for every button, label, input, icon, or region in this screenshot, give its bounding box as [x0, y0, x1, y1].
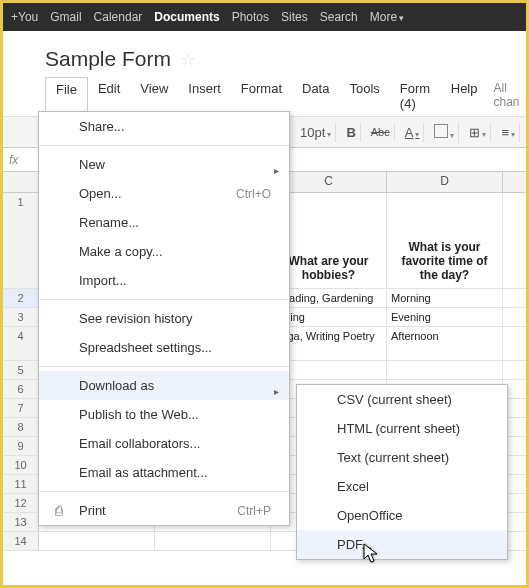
nav-more[interactable]: More — [370, 10, 404, 24]
row-header[interactable]: 4 — [3, 327, 39, 360]
download-excel[interactable]: Excel — [297, 472, 507, 501]
col-d[interactable]: D — [387, 172, 503, 192]
menu-edit[interactable]: Edit — [88, 77, 130, 115]
download-pdf[interactable]: PDF... — [297, 530, 507, 559]
top-nav: +You Gmail Calendar Documents Photos Sit… — [3, 3, 526, 31]
cell[interactable]: Morning — [387, 289, 503, 307]
strike-button[interactable]: Abc — [367, 124, 395, 140]
cell[interactable]: Evening — [387, 308, 503, 326]
menu-rename[interactable]: Rename... — [39, 208, 289, 237]
menu-help[interactable]: Help — [441, 77, 488, 115]
text-color-button[interactable]: A — [401, 123, 425, 142]
menu-revision-history[interactable]: See revision history — [39, 304, 289, 333]
download-openoffice[interactable]: OpenOffice — [297, 501, 507, 530]
title-bar: Sample Form ☆ — [3, 31, 526, 77]
menu-open[interactable]: Open...Ctrl+O — [39, 179, 289, 208]
row-header[interactable]: 1 — [3, 193, 39, 288]
nav-documents[interactable]: Documents — [154, 10, 219, 24]
menu-share[interactable]: Share... — [39, 112, 289, 141]
nav-calendar[interactable]: Calendar — [94, 10, 143, 24]
borders-button[interactable]: ⊞ — [465, 123, 491, 142]
download-html[interactable]: HTML (current sheet) — [297, 414, 507, 443]
fill-color-button[interactable] — [430, 122, 459, 143]
menu-email-attachment[interactable]: Email as attachment... — [39, 458, 289, 487]
menu-format[interactable]: Format — [231, 77, 292, 115]
nav-gmail[interactable]: Gmail — [50, 10, 81, 24]
menu-print[interactable]: ⎙PrintCtrl+P — [39, 496, 289, 525]
download-as-submenu: CSV (current sheet) HTML (current sheet)… — [296, 384, 508, 560]
menu-publish-web[interactable]: Publish to the Web... — [39, 400, 289, 429]
align-button[interactable]: ≡ — [497, 123, 520, 142]
nav-photos[interactable]: Photos — [232, 10, 269, 24]
bold-button[interactable]: B — [342, 123, 360, 142]
nav-search[interactable]: Search — [320, 10, 358, 24]
row-header[interactable]: 3 — [3, 308, 39, 326]
nav-you[interactable]: +You — [11, 10, 38, 24]
menu-make-copy[interactable]: Make a copy... — [39, 237, 289, 266]
print-icon: ⎙ — [51, 503, 67, 518]
font-size-select[interactable]: 10pt — [296, 123, 336, 142]
menu-email-collaborators[interactable]: Email collaborators... — [39, 429, 289, 458]
menu-spreadsheet-settings[interactable]: Spreadsheet settings... — [39, 333, 289, 362]
download-csv[interactable]: CSV (current sheet) — [297, 385, 507, 414]
nav-sites[interactable]: Sites — [281, 10, 308, 24]
menu-file[interactable]: File — [45, 77, 88, 115]
menu-import[interactable]: Import... — [39, 266, 289, 295]
cell[interactable]: Afternoon — [387, 327, 503, 360]
menu-new[interactable]: New — [39, 150, 289, 179]
star-icon[interactable]: ☆ — [181, 50, 195, 69]
menu-download-as[interactable]: Download as — [39, 371, 289, 400]
select-all-corner[interactable] — [3, 172, 39, 192]
changes-status: All chan — [488, 77, 527, 115]
menu-insert[interactable]: Insert — [178, 77, 231, 115]
menu-view[interactable]: View — [130, 77, 178, 115]
fx-label: fx — [9, 153, 18, 167]
download-text[interactable]: Text (current sheet) — [297, 443, 507, 472]
document-title[interactable]: Sample Form — [45, 47, 171, 71]
menu-tools[interactable]: Tools — [339, 77, 389, 115]
menu-data[interactable]: Data — [292, 77, 339, 115]
row-header[interactable]: 2 — [3, 289, 39, 307]
menu-form[interactable]: Form (4) — [390, 77, 441, 115]
cell[interactable]: What is your favorite time of the day? — [387, 193, 503, 288]
file-menu: Share... New Open...Ctrl+O Rename... Mak… — [38, 111, 290, 526]
